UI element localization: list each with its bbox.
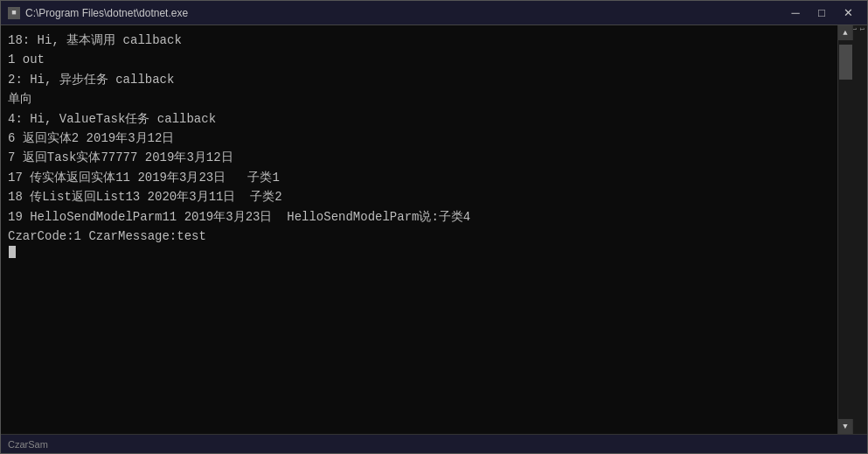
status-bar: CzarSam	[1, 434, 867, 453]
title-bar-left: ■ C:\Program Files\dotnet\dotnet.exe	[8, 7, 188, 19]
window-controls: ─ □ ✕	[783, 3, 860, 23]
close-button[interactable]: ✕	[836, 3, 860, 23]
console-line: 19 HelloSendModelParm11 2019年3月23日 Hello…	[8, 207, 830, 227]
console-output: 18: Hi, 基本调用 callback1 out2: Hi, 异步任务 ca…	[8, 31, 830, 258]
console-line: 4: Hi, ValueTask任务 callback	[8, 109, 830, 129]
scrollbar-thumb[interactable]	[839, 45, 852, 80]
window-title: C:\Program Files\dotnet\dotnet.exe	[25, 7, 188, 19]
console-line: 7 返回Task实体77777 2019年3月12日	[8, 148, 830, 167]
scrollbar-vertical[interactable]: ▲ ▼	[837, 25, 852, 434]
console-main[interactable]: 18: Hi, 基本调用 callback1 out2: Hi, 异步任务 ca…	[1, 25, 837, 434]
console-area: 18: Hi, 基本调用 callback1 out2: Hi, 异步任务 ca…	[1, 25, 867, 434]
status-text: CzarSam	[8, 439, 48, 450]
minimize-button[interactable]: ─	[783, 3, 808, 23]
right-panel: 111111	[852, 25, 867, 434]
scroll-up-arrow[interactable]: ▲	[838, 25, 853, 40]
scrollbar-track[interactable]	[838, 40, 853, 419]
title-bar: ■ C:\Program Files\dotnet\dotnet.exe ─ □…	[1, 1, 867, 25]
console-line: 17 传实体返回实体11 2019年3月23日 子类1	[8, 168, 830, 187]
cursor-line	[8, 246, 830, 258]
console-line: 1 out	[8, 50, 830, 69]
console-line: 18 传List返回List13 2020年3月11日 子类2	[8, 187, 830, 206]
right-panel-text: 111111	[853, 25, 867, 32]
terminal-window: ■ C:\Program Files\dotnet\dotnet.exe ─ □…	[0, 0, 868, 454]
console-line: 2: Hi, 异步任务 callback	[8, 70, 830, 89]
maximize-button[interactable]: □	[809, 3, 834, 23]
right-panel-content: 111111	[853, 25, 867, 434]
console-line: 6 返回实体2 2019年3月12日	[8, 129, 830, 148]
app-icon: ■	[8, 7, 20, 19]
cursor	[9, 246, 16, 258]
console-line: 单向	[8, 89, 830, 108]
console-line: CzarCode:1 CzarMessage:test	[8, 227, 830, 246]
scroll-down-arrow[interactable]: ▼	[838, 419, 853, 434]
console-line: 18: Hi, 基本调用 callback	[8, 31, 830, 50]
